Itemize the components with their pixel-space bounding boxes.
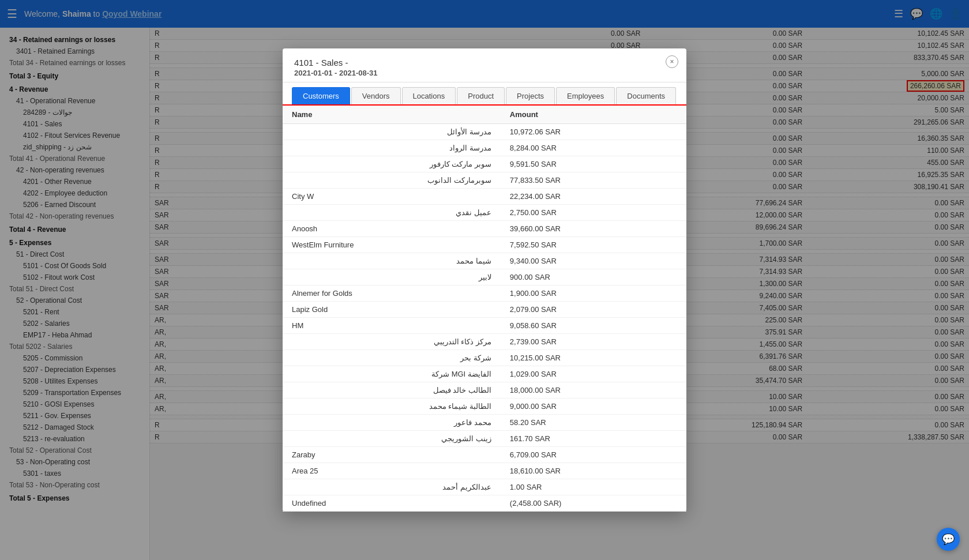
- table-row: WestElm Furniture7,592.50 SAR: [283, 237, 686, 253]
- customer-name: Area 25: [283, 463, 501, 479]
- customer-name: سوبر ماركت كارفور: [283, 156, 501, 172]
- customer-name: City W: [283, 189, 501, 205]
- modal-close-button[interactable]: ×: [666, 55, 678, 68]
- customer-amount: 58.20 SAR: [501, 415, 686, 431]
- customer-amount: 1,029.00 SAR: [501, 366, 686, 382]
- customer-name: مركز ذكاء التدريبي: [283, 334, 501, 350]
- customer-name: Lapiz Gold: [283, 302, 501, 318]
- customer-name: زينب الشوريجي: [283, 431, 501, 447]
- customer-amount: 2,079.00 SAR: [501, 302, 686, 318]
- customer-name: شركة بحر: [283, 350, 501, 366]
- table-row: Anoosh39,660.00 SAR: [283, 221, 686, 237]
- amount-column-header: Amount: [501, 106, 686, 124]
- customer-name: عبدالكريم أحمد: [283, 479, 501, 495]
- customers-table: Name Amount مدرسة الأوائل10,972.06 SARمد…: [283, 106, 686, 512]
- modal-tabs: CustomersVendorsLocationsProductProjects…: [283, 82, 686, 106]
- table-row: Lapiz Gold2,079.00 SAR: [283, 302, 686, 318]
- table-row: Zaraby6,709.00 SAR: [283, 447, 686, 463]
- customer-amount: 10,972.06 SAR: [501, 124, 686, 140]
- customer-name: Zaraby: [283, 447, 501, 463]
- customer-name: مدرسة الرواد: [283, 140, 501, 156]
- customer-amount: 9,058.60 SAR: [501, 318, 686, 334]
- customer-amount: 10,215.00 SAR: [501, 350, 686, 366]
- customer-name: Anoosh: [283, 221, 501, 237]
- customer-amount: 2,739.00 SAR: [501, 334, 686, 350]
- chat-bubble-button[interactable]: 💬: [937, 528, 960, 551]
- customer-amount: 900.00 SAR: [501, 269, 686, 285]
- table-row: سوبر ماركت كارفور9,591.50 SAR: [283, 156, 686, 172]
- modal-overlay: 4101 - Sales - 2021-01-01 - 2021-08-31 ×…: [0, 0, 969, 560]
- customer-name: الطالبة شيماء محمد: [283, 399, 501, 415]
- table-row: لابير900.00 SAR: [283, 269, 686, 285]
- customer-name: الفايضة MGI شركة: [283, 366, 501, 382]
- table-row: محمد فاعور58.20 SAR: [283, 415, 686, 431]
- modal-body[interactable]: Name Amount مدرسة الأوائل10,972.06 SARمد…: [283, 106, 686, 512]
- table-row: الطالب خالد فيصل18,000.00 SAR: [283, 382, 686, 399]
- tab-documents[interactable]: Documents: [616, 87, 676, 104]
- customer-amount: 7,592.50 SAR: [501, 237, 686, 253]
- table-row: زينب الشوريجي161.70 SAR: [283, 431, 686, 447]
- tab-locations[interactable]: Locations: [402, 87, 456, 104]
- customer-amount: 8,284.00 SAR: [501, 140, 686, 156]
- customer-name: Undefined: [283, 495, 501, 512]
- table-row: عميل نقدي2,750.00 SAR: [283, 205, 686, 221]
- customer-name: WestElm Furniture: [283, 237, 501, 253]
- customer-amount: 18,610.00 SAR: [501, 463, 686, 479]
- table-row: الفايضة MGI شركة1,029.00 SAR: [283, 366, 686, 382]
- table-row: شركة بحر10,215.00 SAR: [283, 350, 686, 366]
- customer-amount: 1,900.00 SAR: [501, 285, 686, 302]
- table-row: City W22,234.00 SAR: [283, 189, 686, 205]
- modal-dialog: 4101 - Sales - 2021-01-01 - 2021-08-31 ×…: [283, 48, 686, 512]
- customer-amount: (2,458.00 SAR): [501, 495, 686, 512]
- customer-amount: 9,340.00 SAR: [501, 253, 686, 269]
- table-row: عبدالكريم أحمد1.00 SAR: [283, 479, 686, 495]
- table-row: مدرسة الرواد8,284.00 SAR: [283, 140, 686, 156]
- customer-name: شيما محمد: [283, 253, 501, 269]
- table-row: HM9,058.60 SAR: [283, 318, 686, 334]
- customer-name: سوبرماركت الدانوب: [283, 172, 501, 189]
- customer-amount: 18,000.00 SAR: [501, 382, 686, 399]
- name-column-header: Name: [283, 106, 501, 124]
- table-row: الطالبة شيماء محمد9,000.00 SAR: [283, 399, 686, 415]
- tab-projects[interactable]: Projects: [506, 87, 555, 104]
- customer-amount: 39,660.00 SAR: [501, 221, 686, 237]
- table-row: شيما محمد9,340.00 SAR: [283, 253, 686, 269]
- modal-header: 4101 - Sales - 2021-01-01 - 2021-08-31 ×: [283, 48, 686, 82]
- customer-amount: 9,591.50 SAR: [501, 156, 686, 172]
- customer-amount: 161.70 SAR: [501, 431, 686, 447]
- table-row: مدرسة الأوائل10,972.06 SAR: [283, 124, 686, 140]
- customer-amount: 2,750.00 SAR: [501, 205, 686, 221]
- customer-name: لابير: [283, 269, 501, 285]
- customer-amount: 1.00 SAR: [501, 479, 686, 495]
- customer-name: عميل نقدي: [283, 205, 501, 221]
- customer-name: HM: [283, 318, 501, 334]
- tab-customers[interactable]: Customers: [292, 87, 350, 104]
- modal-title-main: 4101 - Sales -: [294, 58, 675, 67]
- table-header: Name Amount: [283, 106, 686, 124]
- tab-employees[interactable]: Employees: [556, 87, 615, 104]
- table-row: مركز ذكاء التدريبي2,739.00 SAR: [283, 334, 686, 350]
- table-row: Undefined(2,458.00 SAR): [283, 495, 686, 512]
- customer-amount: 6,709.00 SAR: [501, 447, 686, 463]
- table-body: مدرسة الأوائل10,972.06 SARمدرسة الرواد8,…: [283, 124, 686, 512]
- modal-title-sub: 2021-01-01 - 2021-08-31: [294, 69, 675, 77]
- customer-amount: 77,833.50 SAR: [501, 172, 686, 189]
- chat-bubble-icon: 💬: [942, 533, 955, 546]
- table-row: سوبرماركت الدانوب77,833.50 SAR: [283, 172, 686, 189]
- tab-product[interactable]: Product: [457, 87, 505, 104]
- customer-name: محمد فاعور: [283, 415, 501, 431]
- customer-name: الطالب خالد فيصل: [283, 382, 501, 399]
- customer-amount: 9,000.00 SAR: [501, 399, 686, 415]
- table-row: Alnemer for Golds1,900.00 SAR: [283, 285, 686, 302]
- table-row: Area 2518,610.00 SAR: [283, 463, 686, 479]
- customer-name: مدرسة الأوائل: [283, 124, 501, 140]
- tab-vendors[interactable]: Vendors: [351, 87, 401, 104]
- customer-amount: 22,234.00 SAR: [501, 189, 686, 205]
- customer-name: Alnemer for Golds: [283, 285, 501, 302]
